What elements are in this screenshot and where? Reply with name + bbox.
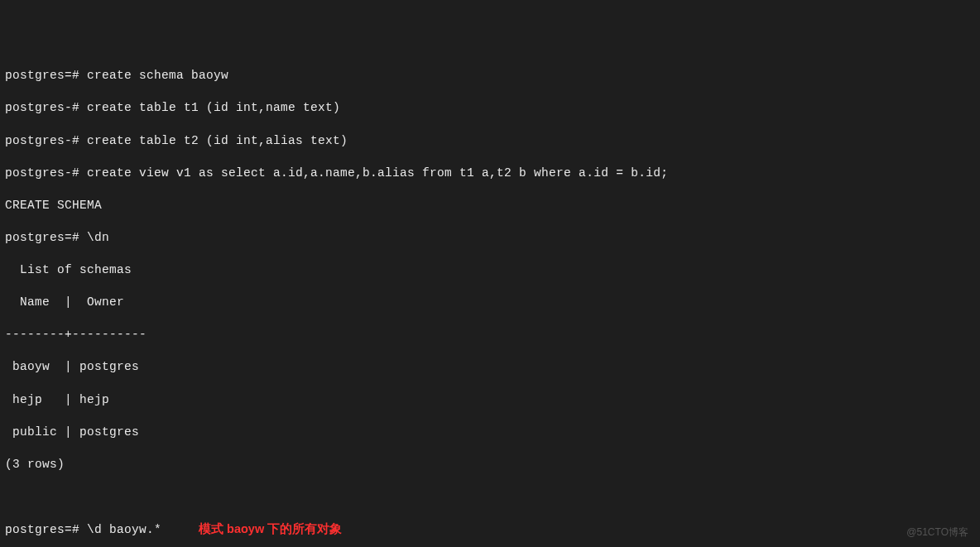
watermark: @51CTO博客 (906, 525, 968, 539)
terminal-line: postgres-# create table t2 (id int,alias… (5, 133, 975, 150)
terminal-line: postgres=# \d baoyw.* 模式 baoyw 下的所有对象 (5, 521, 975, 539)
row-count: (3 rows) (5, 457, 975, 473)
sql-command: create view v1 as select a.id,a.name,b.a… (87, 166, 668, 180)
prompt: postgres=# (5, 69, 79, 82)
sql-command: create table t1 (id int,name text) (87, 101, 340, 114)
psql-command: \dn (87, 231, 109, 244)
prompt: postgres=# (5, 523, 79, 536)
blank-line (5, 489, 975, 506)
output-line: CREATE SCHEMA (5, 198, 975, 214)
terminal-line: postgres-# create table t1 (id int,name … (5, 100, 975, 117)
terminal-line: postgres=# create schema baoyw (5, 68, 975, 84)
annotation-label: 模式 baoyw 下的所有对象 (199, 522, 342, 535)
output-header: Name | Owner (5, 295, 975, 311)
prompt: postgres-# (5, 101, 79, 114)
prompt: postgres-# (5, 166, 79, 180)
psql-command: \d baoyw.* (87, 523, 161, 536)
prompt: postgres=# (5, 231, 79, 244)
terminal-line: postgres-# create view v1 as select a.id… (5, 166, 975, 182)
output-separator: --------+---------- (5, 327, 975, 343)
table-row: hejp | hejp (5, 392, 975, 409)
table-row: public | postgres (5, 425, 975, 441)
output-title: List of schemas (5, 262, 975, 279)
terminal-line: postgres=# \dn (5, 230, 975, 247)
sql-command: create table t2 (id int,alias text) (87, 134, 348, 147)
table-row: baoyw | postgres (5, 359, 975, 376)
sql-command: create schema baoyw (87, 69, 228, 82)
prompt: postgres-# (5, 134, 79, 147)
